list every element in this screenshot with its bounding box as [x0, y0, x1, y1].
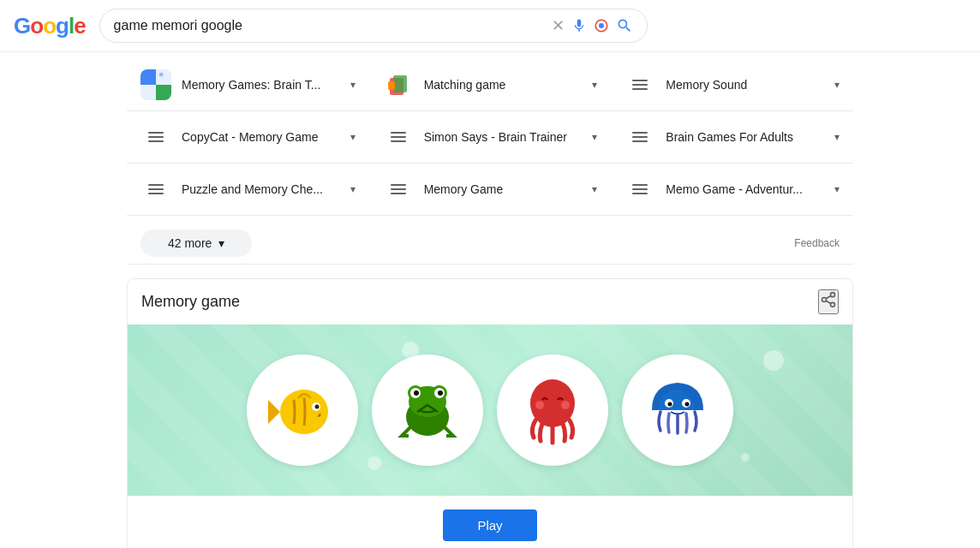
app-icon-memory-sound — [624, 69, 655, 100]
app-item-matching-game[interactable]: Matching game ▾ — [369, 59, 612, 111]
more-row: 42 more ▾ Feedback — [127, 223, 853, 265]
chevron-down-icon: ▾ — [350, 131, 356, 143]
svg-rect-4 — [393, 75, 407, 92]
svg-rect-2 — [159, 73, 163, 76]
svg-line-10 — [826, 295, 831, 298]
chevron-down-icon: ▾ — [592, 79, 597, 91]
app-icon-memory-game — [383, 174, 414, 205]
svg-point-8 — [831, 302, 835, 307]
memory-game-title: Memory game — [141, 293, 240, 311]
app-title-copycat-memory-game: CopyCat - Memory Game — [182, 130, 340, 144]
app-item-memory-games-brain[interactable]: Memory Games: Brain T... ▾ — [127, 59, 369, 111]
svg-point-13 — [315, 405, 320, 409]
feedback-text[interactable]: Feedback — [794, 237, 840, 249]
app-item-memory-sound[interactable]: Memory Sound ▾ — [611, 59, 853, 111]
svg-point-23 — [535, 401, 544, 409]
app-item-copycat-memory-game[interactable]: CopyCat - Memory Game ▾ — [127, 111, 369, 164]
creature-red-octopus[interactable] — [497, 354, 608, 466]
creature-green-frog[interactable] — [372, 354, 483, 466]
app-title-puzzle-memory-che: Puzzle and Memory Che... — [182, 182, 340, 196]
more-label: 42 more — [168, 236, 212, 250]
svg-point-28 — [685, 402, 690, 407]
app-icon-puzzle-memory-che — [140, 174, 171, 205]
app-icon-memo-game-adventure — [624, 174, 655, 205]
play-button[interactable]: Play — [443, 509, 536, 541]
svg-point-6 — [831, 293, 835, 297]
app-icon-copycat-memory-game — [140, 122, 171, 152]
creature-blue-jellyfish[interactable] — [622, 354, 733, 466]
app-title-brain-games-for-adults: Brain Games For Adults — [666, 130, 824, 144]
app-icon-brain-games-for-adults — [624, 122, 655, 152]
chevron-down-icon: ▾ — [834, 183, 840, 195]
apps-grid: Memory Games: Brain T... ▾ Matching game… — [127, 59, 853, 216]
app-icon-memory-games-brain — [140, 69, 171, 100]
app-title-memo-game-adventure: Memo Game - Adventur... — [666, 182, 824, 196]
svg-point-7 — [822, 298, 827, 302]
app-title-matching-game: Matching game — [424, 78, 583, 92]
memory-game-section: Memory game — [127, 278, 853, 548]
svg-line-9 — [826, 301, 831, 303]
chevron-down-icon: ▾ — [350, 183, 356, 195]
app-title-memory-games-brain: Memory Games: Brain T... — [182, 78, 340, 92]
memory-game-header: Memory game — [128, 279, 852, 325]
voice-search-button[interactable] — [571, 18, 587, 33]
chevron-down-icon: ▾ — [592, 131, 597, 143]
chevron-down-icon: ▾ — [834, 79, 840, 91]
svg-point-1 — [599, 23, 604, 28]
app-title-memory-game: Memory Game — [424, 182, 583, 196]
svg-point-27 — [668, 402, 672, 407]
app-title-simon-says-brain-trainer: Simon Says - Brain Trainer — [424, 130, 583, 144]
app-icon-matching-game — [383, 69, 414, 100]
svg-point-20 — [414, 390, 419, 396]
apps-section: Memory Games: Brain T... ▾ Matching game… — [0, 52, 980, 223]
app-item-memo-game-adventure[interactable]: Memo Game - Adventur... ▾ — [611, 164, 853, 216]
clear-search-button[interactable]: ✕ — [552, 16, 565, 35]
search-input[interactable] — [114, 18, 545, 33]
svg-point-24 — [561, 401, 570, 409]
svg-point-21 — [438, 390, 443, 396]
share-button[interactable] — [818, 289, 839, 314]
creature-yellow-fish[interactable] — [247, 354, 358, 466]
lens-search-button[interactable] — [594, 18, 609, 33]
header: Google ✕ — [0, 0, 980, 52]
app-item-memory-game[interactable]: Memory Game ▾ — [369, 164, 612, 216]
app-item-puzzle-memory-che[interactable]: Puzzle and Memory Che... ▾ — [127, 164, 369, 216]
svg-rect-5 — [388, 81, 395, 90]
search-submit-button[interactable] — [616, 17, 633, 34]
app-icon-simon-says-brain-trainer — [383, 122, 414, 152]
app-title-memory-sound: Memory Sound — [666, 78, 824, 92]
game-area — [128, 325, 852, 496]
more-button[interactable]: 42 more ▾ — [140, 229, 252, 257]
chevron-down-icon: ▾ — [350, 79, 356, 91]
google-logo: Google — [14, 13, 86, 39]
chevron-down-icon: ▾ — [592, 183, 597, 195]
chevron-down-icon: ▾ — [218, 236, 224, 250]
search-bar[interactable]: ✕ — [99, 9, 648, 43]
app-item-brain-games-for-adults[interactable]: Brain Games For Adults ▾ — [611, 111, 853, 164]
play-section: Play — [128, 496, 852, 548]
app-item-simon-says-brain-trainer[interactable]: Simon Says - Brain Trainer ▾ — [369, 111, 612, 164]
chevron-down-icon: ▾ — [834, 131, 840, 143]
